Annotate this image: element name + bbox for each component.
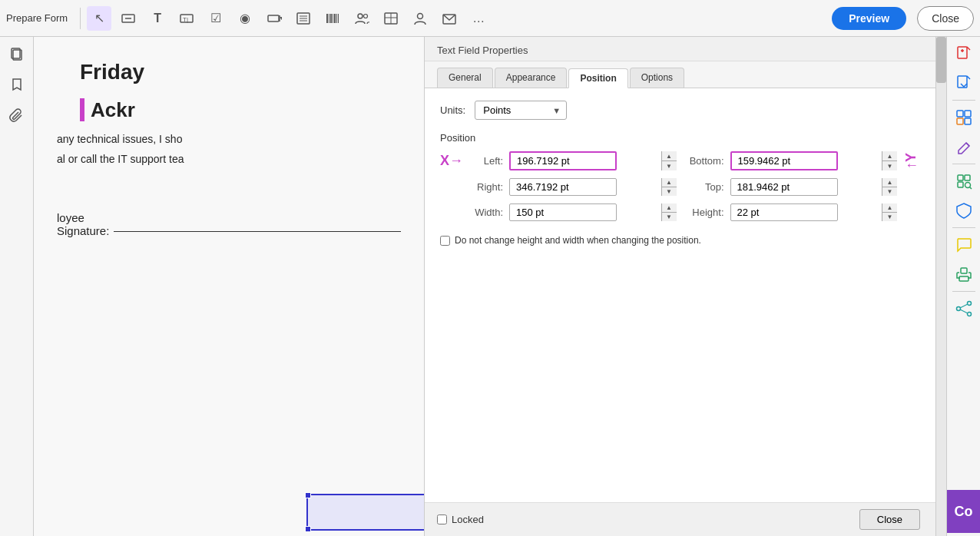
close-dialog-button[interactable]: Close <box>859 509 920 530</box>
dialog-scrollbar[interactable] <box>935 37 946 536</box>
copy-icon[interactable] <box>3 40 31 68</box>
tab-appearance[interactable]: Appearance <box>495 68 568 88</box>
export-pdf-icon[interactable] <box>950 69 978 97</box>
bottom-spinner-down[interactable]: ▼ <box>882 161 897 170</box>
edit-pdf-icon[interactable] <box>950 133 978 160</box>
document-area: Friday Ackr any technical issues, I sho … <box>34 37 424 536</box>
users-tool[interactable] <box>349 6 374 31</box>
sidebar-sep4 <box>952 291 975 292</box>
top-spinner-up[interactable]: ▲ <box>882 178 897 187</box>
co-button[interactable]: Co <box>947 490 981 533</box>
properties-panel: Text Field Properties General Appearance… <box>424 37 946 536</box>
width-spinner-down[interactable]: ▼ <box>662 213 677 221</box>
app-title: Prepare Form <box>6 12 68 24</box>
svg-rect-40 <box>961 268 967 273</box>
locked-label: Locked <box>452 514 484 525</box>
bottom-input[interactable] <box>730 151 838 170</box>
middle-position-row: Right: ▲ ▼ Top: <box>440 178 920 196</box>
svg-rect-13 <box>334 14 336 23</box>
svg-text:▼: ▼ <box>279 15 282 21</box>
sidebar-sep3 <box>952 227 975 228</box>
comment-icon[interactable] <box>950 231 978 259</box>
handle-bl[interactable] <box>305 526 311 532</box>
attachment-icon[interactable] <box>3 101 31 129</box>
units-label: Units: <box>440 104 465 116</box>
main-layout: Friday Ackr any technical issues, I sho … <box>0 37 980 536</box>
right-label: Right: <box>463 181 503 193</box>
svg-rect-35 <box>958 182 963 187</box>
combo-tool[interactable]: ▼ <box>262 6 286 31</box>
top-input[interactable] <box>730 178 838 196</box>
svg-rect-11 <box>330 14 332 23</box>
top-spinner-down[interactable]: ▼ <box>882 187 897 196</box>
radio-tool[interactable]: ◉ <box>233 6 257 31</box>
text-tool[interactable]: T <box>145 6 170 31</box>
y-axis-arrow: ↑Y <box>902 153 920 169</box>
svg-rect-3 <box>268 15 279 22</box>
left-spinner-down[interactable]: ▼ <box>662 161 677 170</box>
left-input[interactable] <box>509 151 617 170</box>
left-input-wrap: ▲ ▼ <box>509 151 677 170</box>
list-tool[interactable] <box>291 6 316 31</box>
tab-options[interactable]: Options <box>630 68 684 88</box>
locked-checkbox[interactable] <box>437 514 447 524</box>
bottom-spinner-up[interactable]: ▲ <box>882 151 897 161</box>
right-input[interactable] <box>509 178 617 196</box>
svg-line-45 <box>960 309 968 313</box>
preview-button[interactable]: Preview <box>832 7 906 30</box>
width-height-group: Width: ▲ ▼ Height: <box>463 203 897 221</box>
tab-position[interactable]: Position <box>568 68 627 88</box>
protect-icon[interactable] <box>950 197 978 224</box>
svg-rect-31 <box>957 118 963 124</box>
handle-tl[interactable] <box>305 492 311 498</box>
width-input[interactable] <box>509 203 617 221</box>
height-label: Height: <box>684 207 724 218</box>
toolbar: Prepare Form ↖ T T| ☑ ◉ ▼ … Preview Clos… <box>0 0 980 37</box>
no-change-checkbox-row: Do not change height and width when chan… <box>440 235 920 246</box>
left-spinner-up[interactable]: ▲ <box>662 151 677 161</box>
close-button[interactable]: Close <box>917 6 974 31</box>
dialog-footer: Locked Close <box>425 502 935 536</box>
svg-rect-32 <box>965 118 971 124</box>
bottom-spinner: ▲ ▼ <box>882 151 897 170</box>
tab-general[interactable]: General <box>437 68 493 88</box>
right-top-group: Right: ▲ ▼ Top: <box>463 178 897 196</box>
email-tool[interactable] <box>437 6 462 31</box>
svg-point-21 <box>418 13 423 18</box>
form-field-tool[interactable] <box>116 6 141 31</box>
height-spinner-up[interactable]: ▲ <box>882 203 897 213</box>
width-spinner-up[interactable]: ▲ <box>662 203 677 213</box>
arrow-tool[interactable]: ↖ <box>87 6 111 31</box>
doc-body1: any technical issues, I sho <box>57 133 401 145</box>
signature-row: loyee Signature: <box>57 211 401 237</box>
add-pdf-icon[interactable] <box>950 40 978 68</box>
right-spinner-up[interactable]: ▲ <box>662 178 677 187</box>
user-tool[interactable] <box>408 6 432 31</box>
share-icon[interactable] <box>950 295 978 323</box>
text-field-tool[interactable]: T| <box>174 6 199 31</box>
no-change-checkbox[interactable] <box>440 236 450 246</box>
barcode-tool[interactable] <box>320 6 345 31</box>
height-input[interactable] <box>730 203 838 221</box>
left-spinner: ▲ ▼ <box>661 151 677 170</box>
wh-row: Width: ▲ ▼ Height: <box>440 203 920 221</box>
height-spinner-down[interactable]: ▼ <box>882 213 897 221</box>
right-spinner-down[interactable]: ▼ <box>662 187 677 196</box>
scrollbar-thumb[interactable] <box>936 37 946 83</box>
more-tools[interactable]: … <box>466 6 491 31</box>
scan-icon[interactable] <box>950 167 978 195</box>
organize-pages-icon[interactable] <box>950 104 978 131</box>
units-select[interactable]: Points Inches Centimeters Millimeters <box>475 101 567 120</box>
checkbox-tool[interactable]: ☑ <box>204 6 228 31</box>
svg-rect-39 <box>959 276 968 281</box>
svg-rect-9 <box>326 14 328 23</box>
svg-point-43 <box>967 313 971 316</box>
table-tool[interactable] <box>379 6 403 31</box>
dialog-tabs: General Appearance Position Options <box>425 61 946 88</box>
doc-friday-text: Friday <box>80 60 401 84</box>
sidebar-sep1 <box>952 100 975 101</box>
bookmark-icon[interactable] <box>3 71 31 98</box>
text-field-box[interactable]: Text1 <box>306 494 424 531</box>
signature-label: loyee Signature: <box>57 211 109 237</box>
print-icon[interactable] <box>950 260 978 288</box>
